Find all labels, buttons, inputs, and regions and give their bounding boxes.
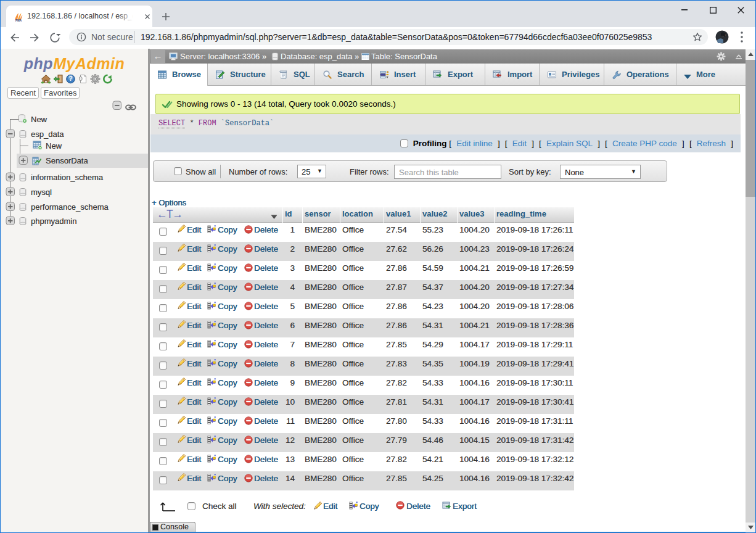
svg-text:PMA: PMA [15,19,22,22]
svg-text:?: ? [68,75,72,82]
